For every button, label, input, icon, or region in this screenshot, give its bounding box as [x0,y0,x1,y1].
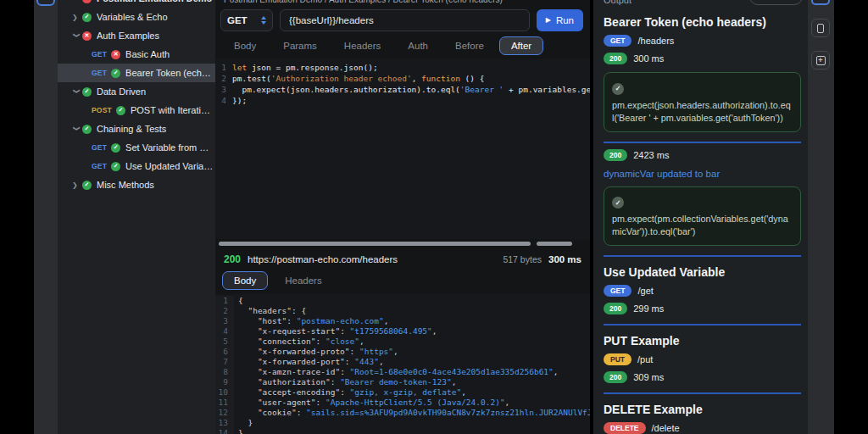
response-tab-headers[interactable]: Headers [273,271,333,290]
json-line: 9 "authorization": "Bearer demo-token-12… [215,377,590,387]
check-circle-icon: ✓ [612,197,624,209]
method-badge: GET [604,35,632,47]
tab-body[interactable]: Body [222,36,268,55]
code-line: 3 pm.expect(json.headers.authorization).… [215,84,590,95]
pass-icon: ✓ [111,143,120,153]
status-badge: 200 [604,371,627,383]
pass-icon: ✓ [82,181,92,190]
select-chevrons-icon [261,16,266,25]
sidebar-item-label: Variables & Echo [97,12,168,22]
fail-icon: ✕ [111,50,120,59]
method-select[interactable]: GET [220,9,273,31]
activity-bar [34,0,58,434]
json-line: 3 "host": "postman-echo.com", [215,316,590,326]
response-size: 517 bytes [503,254,542,264]
fail-icon: ✕ [82,31,92,41]
json-line: 6 "x-forwarded-proto": "https", [215,347,590,357]
output-status-row: 200 299 ms [604,303,803,314]
sidebar-item-set-variable[interactable]: GET ✓ Set Variable from Respo... [58,138,215,157]
tab-headers[interactable]: Headers [332,36,392,55]
output-request-row: PUT /put [604,353,803,365]
tab-before[interactable]: Before [443,36,496,55]
chevron-right-icon: ❯ [72,14,82,21]
method-tag: POST [92,106,112,114]
json-line: 7 "x-forwarded-port": "443", [215,357,590,367]
sidebar-item-data-driven[interactable]: ❯ ✓ Data Driven [58,82,215,101]
sidebar-item-chaining-tests[interactable]: ❯ ✓ Chaining & Tests [58,120,215,138]
sidebar-item-post-iteration[interactable]: POST ✓ POST with Iteration Data [58,101,215,120]
output-request-row: GET /headers [604,35,803,47]
method-tag: GET [92,50,107,58]
chevron-right-icon: ❯ [72,181,82,189]
status-code: 200 [224,253,241,265]
scrollbar-thumb[interactable] [219,242,531,246]
code-line: 2 pm.test('Authorization header echoed',… [215,73,590,84]
output-status-row: 200 309 ms [604,371,803,383]
output-divider [604,392,801,394]
active-panel-icon[interactable] [811,0,830,5]
scrollbar-thumb[interactable] [537,242,572,246]
response-time: 2423 ms [633,150,669,160]
response-tabs: Body Headers [215,270,590,294]
add-panel-button[interactable]: + [811,51,830,70]
script-editor[interactable]: 1 let json = pm.response.json(); 2 pm.te… [215,59,590,239]
tab-params[interactable]: Params [271,36,329,55]
pass-icon: ✓ [111,69,120,78]
output-divider [604,142,801,143]
horizontal-scrollbar[interactable] [215,239,590,247]
output-status-row: 200 300 ms [604,53,803,64]
method-select-value: GET [227,15,248,25]
response-time: 300 ms [633,53,664,64]
response-tab-body[interactable]: Body [222,271,268,290]
response-time: 309 ms [633,372,664,382]
json-line: 12 "cookie": "sails.sid=s%3AFU9pd9A0vkTH… [215,408,590,418]
sidebar-item-misc-methods[interactable]: ❯ ✓ Misc Methods [58,175,215,194]
output-status-row: 200 2423 ms [604,149,803,161]
run-button[interactable]: ▶ Run [537,9,583,31]
breadcrumb-text: Postman Emulation Demo / Auth Examples /… [224,0,590,4]
output-entry-title: DELETE Example [604,403,803,416]
toggle-panel-button[interactable] [811,19,830,37]
sidebar-item-label: Postman Emulation Demo [97,0,212,3]
collection-sidebar: ❯ ✕ Postman Emulation Demo ❯ ✓ Variables… [58,0,215,434]
sidebar-item-basic-auth[interactable]: GET ✕ Basic Auth [58,45,215,64]
output-title: Output [604,0,632,5]
request-path: /put [637,354,653,364]
sidebar-item-bearer-token[interactable]: GET ✓ Bearer Token (echo hea... [58,64,215,82]
tab-auth[interactable]: Auth [396,36,440,55]
check-circle-icon: ✓ [612,83,624,95]
json-line: 10 "accept-encoding": "gzip, x-gzip, def… [215,387,590,398]
active-workspace-icon[interactable] [36,0,55,6]
sidebar-item-auth-examples[interactable]: ❯ ✕ Auth Examples [58,26,215,45]
output-divider [604,255,801,257]
method-tag: GET [92,162,107,170]
output-panel: Output ⊘ Clear Bearer Token (echo header… [593,0,808,434]
sidebar-item-label: Misc Methods [97,180,154,190]
json-line: 8 "x-amzn-trace-id": "Root=1-68e0e0c0-4a… [215,367,590,377]
output-request-row: GET /get [604,285,803,297]
sidebar-item-label: Auth Examples [97,31,159,41]
request-panel: Postman Emulation Demo / Auth Examples /… [215,0,590,434]
pass-icon: ✓ [82,13,92,22]
sidebar-item-use-updated-variable[interactable]: GET ✓ Use Updated Variable [58,157,215,175]
json-line: 5 "connection": "close", [215,337,590,347]
json-line: 13 } [215,418,590,428]
test-result-box: ✓ pm.expect(json.headers.authorization).… [604,72,801,132]
clear-button[interactable]: ⊘ Clear [749,0,803,5]
output-entry-title: Use Updated Variable [604,265,803,279]
response-body-viewer[interactable]: 1{ 2 "headers": { 3 "host": "postman-ech… [215,294,590,434]
request-tabs: Body Params Headers Auth Before After [215,32,590,59]
run-button-label: Run [556,15,574,25]
line-number: 2 [215,73,232,84]
pass-icon: ✓ [82,125,92,134]
sidebar-item-label: Bearer Token (echo hea... [125,68,215,78]
request-path: /headers [637,36,674,46]
fail-icon: ✕ [82,0,92,3]
tab-after[interactable]: After [499,36,543,55]
sidebar-item-label: Basic Auth [125,49,170,59]
sidebar-item-collection-root[interactable]: ❯ ✕ Postman Emulation Demo [58,0,215,8]
sidebar-item-variables-echo[interactable]: ❯ ✓ Variables & Echo [58,8,215,26]
test-assertion-text: pm.expect(json.headers.authorization).to… [612,99,793,125]
line-number: 1 [215,62,232,73]
url-input[interactable] [280,9,530,31]
